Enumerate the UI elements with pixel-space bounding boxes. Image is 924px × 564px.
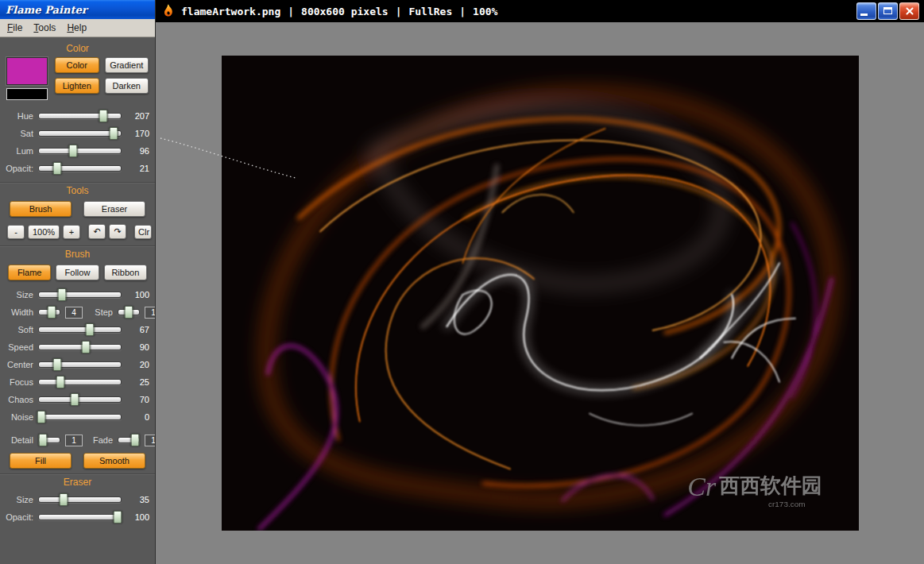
primary-color-swatch[interactable] bbox=[6, 57, 48, 85]
separator: | bbox=[396, 6, 402, 17]
eraser-size-slider-thumb[interactable] bbox=[59, 493, 68, 506]
detail-value: 1 bbox=[65, 435, 83, 446]
center-slider[interactable] bbox=[38, 361, 122, 368]
size-slider-row: Size 100 bbox=[0, 286, 155, 303]
focus-value: 25 bbox=[127, 377, 149, 387]
width-value: 4 bbox=[65, 307, 83, 319]
eraser-tool-button[interactable]: Eraser bbox=[83, 201, 145, 217]
app-window: Flame Painter File Tools Help Color Colo… bbox=[0, 0, 924, 564]
follow-brush-button[interactable]: Follow bbox=[56, 265, 99, 280]
speed-value: 90 bbox=[127, 342, 149, 352]
zoom-in-button[interactable]: + bbox=[63, 225, 80, 239]
document-titlebar[interactable]: flameArtwork.png | 800x600 pixels | Full… bbox=[156, 0, 924, 22]
center-slider-thumb[interactable] bbox=[52, 358, 61, 371]
fade-label: Fade bbox=[89, 435, 113, 445]
color-mode-button[interactable]: Color bbox=[55, 57, 99, 73]
ribbon-brush-button[interactable]: Ribbon bbox=[104, 265, 147, 280]
hue-slider-row: Hue 207 bbox=[0, 107, 155, 125]
speed-label: Speed bbox=[2, 342, 33, 352]
color-opacity-value: 21 bbox=[127, 164, 149, 173]
size-slider[interactable] bbox=[38, 292, 122, 298]
size-slider-thumb[interactable] bbox=[57, 288, 66, 301]
fade-slider[interactable] bbox=[118, 437, 140, 443]
document-filename: flameArtwork.png bbox=[181, 6, 280, 17]
menu-file[interactable]: File bbox=[2, 21, 28, 35]
width-slider-thumb[interactable] bbox=[48, 306, 56, 319]
flame-artwork-canvas[interactable]: Cr 西西软件园 cr173.com bbox=[222, 56, 859, 531]
lum-slider-thumb[interactable] bbox=[69, 145, 78, 157]
eraser-size-slider-row: Size 35 bbox=[0, 491, 155, 508]
smooth-button[interactable]: Smooth bbox=[83, 453, 145, 469]
undo-button[interactable]: ↶ bbox=[88, 224, 106, 239]
redo-button[interactable]: ↷ bbox=[109, 224, 126, 239]
eraser-size-slider[interactable] bbox=[38, 496, 122, 503]
tools-section: Tools Brush Eraser - 100% + ↶ ↷ Clr bbox=[0, 182, 155, 241]
eraser-size-label: Size bbox=[2, 495, 33, 504]
speed-slider-row: Speed 90 bbox=[0, 338, 155, 356]
chaos-slider-row: Chaos 70 bbox=[0, 391, 155, 408]
eraser-opacity-value: 100 bbox=[127, 512, 149, 522]
eraser-opacity-slider-thumb[interactable] bbox=[113, 511, 122, 523]
panel-body: Color Color Gradient Lighten Darken bbox=[0, 37, 155, 564]
focus-label: Focus bbox=[2, 377, 33, 387]
eraser-opacity-slider[interactable] bbox=[38, 514, 122, 520]
zoom-out-button[interactable]: - bbox=[7, 225, 25, 239]
color-opacity-slider-thumb[interactable] bbox=[52, 162, 61, 175]
soft-slider-thumb[interactable] bbox=[85, 323, 94, 336]
secondary-color-swatch[interactable] bbox=[6, 88, 48, 100]
size-value: 100 bbox=[127, 290, 149, 299]
sat-slider[interactable] bbox=[38, 130, 122, 137]
lum-label: Lum bbox=[2, 146, 33, 156]
chaos-slider-thumb[interactable] bbox=[71, 393, 79, 406]
maximize-button[interactable] bbox=[878, 2, 898, 20]
width-step-row: Width 4 Step 1 bbox=[0, 303, 155, 321]
focus-slider[interactable] bbox=[38, 379, 122, 385]
color-opacity-slider-row: Opacit: 21 bbox=[0, 160, 155, 177]
lum-value: 96 bbox=[127, 146, 149, 156]
menu-tools[interactable]: Tools bbox=[28, 21, 61, 35]
eraser-opacity-label: Opacit: bbox=[2, 512, 33, 522]
speed-slider-thumb[interactable] bbox=[81, 341, 90, 353]
brush-section: Brush Flame Follow Ribbon Size 100 Width… bbox=[0, 245, 155, 469]
noise-slider-thumb[interactable] bbox=[37, 411, 46, 423]
focus-slider-row: Focus 25 bbox=[0, 373, 155, 391]
speed-slider[interactable] bbox=[38, 344, 122, 350]
step-slider-thumb[interactable] bbox=[125, 306, 133, 319]
fill-button[interactable]: Fill bbox=[10, 453, 72, 469]
fade-slider-thumb[interactable] bbox=[130, 434, 139, 446]
zoom-level-button[interactable]: 100% bbox=[28, 225, 60, 239]
menu-help[interactable]: Help bbox=[61, 21, 92, 35]
lighten-button[interactable]: Lighten bbox=[55, 78, 99, 94]
hue-slider-thumb[interactable] bbox=[99, 110, 108, 122]
minimize-button[interactable] bbox=[856, 2, 876, 20]
hue-slider[interactable] bbox=[38, 113, 122, 119]
close-button[interactable] bbox=[899, 2, 919, 20]
focus-slider-thumb[interactable] bbox=[56, 376, 64, 388]
noise-slider[interactable] bbox=[38, 414, 122, 420]
width-slider[interactable] bbox=[38, 309, 60, 315]
color-opacity-slider[interactable] bbox=[38, 165, 122, 172]
menu-bar: File Tools Help bbox=[0, 19, 155, 37]
soft-slider[interactable] bbox=[38, 326, 122, 333]
lum-slider[interactable] bbox=[38, 148, 122, 154]
noise-slider-row: Noise 0 bbox=[0, 408, 155, 426]
step-slider[interactable] bbox=[118, 309, 140, 315]
detail-label: Detail bbox=[2, 435, 33, 445]
close-icon bbox=[900, 3, 918, 19]
color-section: Color Color Gradient Lighten Darken bbox=[0, 41, 155, 177]
clear-button[interactable]: Clr bbox=[134, 225, 152, 239]
hue-label: Hue bbox=[2, 111, 33, 121]
palette-titlebar[interactable]: Flame Painter bbox=[0, 0, 155, 19]
chaos-slider[interactable] bbox=[38, 396, 122, 403]
detail-slider[interactable] bbox=[38, 437, 60, 443]
brush-tool-button[interactable]: Brush bbox=[10, 201, 72, 217]
sat-slider-thumb[interactable] bbox=[109, 127, 118, 140]
size-label: Size bbox=[2, 290, 33, 299]
flame-brush-button[interactable]: Flame bbox=[8, 265, 51, 280]
window-controls bbox=[856, 2, 921, 20]
detail-slider-thumb[interactable] bbox=[38, 434, 47, 446]
gradient-mode-button[interactable]: Gradient bbox=[105, 57, 149, 73]
darken-button[interactable]: Darken bbox=[105, 78, 149, 94]
fade-value: 1 bbox=[145, 435, 155, 446]
detail-fade-row: Detail 1 Fade 1 bbox=[0, 431, 155, 449]
